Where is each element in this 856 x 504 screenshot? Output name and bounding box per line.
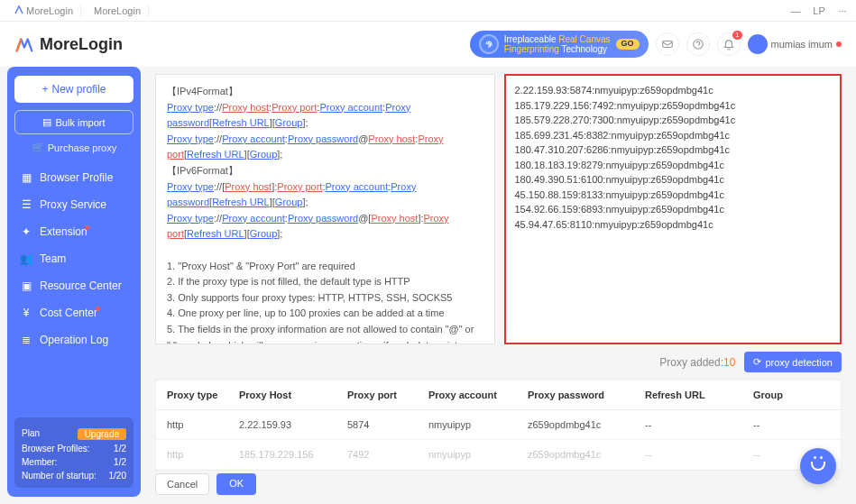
- table-row[interactable]: http2.22.159.935874nmyuipypz659opdmbg41c…: [156, 410, 841, 440]
- nav-label: Team: [40, 252, 66, 265]
- help-icon[interactable]: [686, 32, 710, 56]
- table-header: Refresh URL: [645, 389, 753, 400]
- table-header: Group: [753, 389, 825, 400]
- nav-item-browser-profile[interactable]: ▦Browser Profile: [14, 164, 133, 191]
- nav-item-extension[interactable]: ✦Extension: [14, 218, 133, 245]
- nav-icon: ¥: [20, 307, 32, 319]
- table-row[interactable]: http185.179.229.1567492nmyuipypz659opdmb…: [156, 440, 841, 470]
- cell-type: http: [167, 449, 239, 460]
- proxy-line: 185.179.229.156:7492:nmyuipyp:z659opdmbg…: [515, 98, 832, 114]
- nav-label: Cost Center: [40, 307, 97, 319]
- nav-label: Extension: [40, 225, 87, 238]
- cell-port: 5874: [347, 419, 428, 430]
- table-header: Proxy password: [528, 389, 645, 400]
- app-header: MoreLogin Irreplaceable Real Canvas Fing…: [0, 22, 856, 67]
- proxy-line: 180.47.310.207:6286:nmyuipyp:z659opdmbg4…: [515, 142, 832, 158]
- proxy-added-count: 10: [723, 356, 735, 369]
- nav-icon: ✦: [20, 225, 32, 238]
- mail-icon[interactable]: [656, 32, 679, 56]
- nav-item-team[interactable]: 👥Team: [14, 245, 133, 272]
- alert-dot: [85, 225, 89, 230]
- nav-label: Operation Log: [40, 334, 108, 346]
- cell-type: http: [167, 419, 239, 430]
- table-header: Proxy type: [167, 389, 239, 400]
- cell-password: z659opdmbg41c: [528, 419, 645, 430]
- window-tab-2[interactable]: MoreLogin: [87, 4, 149, 18]
- cell-refresh: --: [645, 449, 753, 460]
- nav-icon: ≣: [20, 334, 32, 346]
- format-info-box: 【IPv4Format】 Proxy type://Proxy host:Pro…: [155, 74, 495, 344]
- window-minimize-icon[interactable]: —: [789, 5, 802, 17]
- table-header: Proxy Host: [239, 389, 347, 400]
- proxy-detection-button[interactable]: ⟳proxy detection: [744, 352, 842, 372]
- cancel-button[interactable]: Cancel: [155, 473, 209, 495]
- window-maximize-icon[interactable]: LP: [813, 5, 825, 17]
- import-icon: ▤: [42, 116, 51, 128]
- alert-dot: [96, 307, 100, 311]
- window-more-icon[interactable]: ···: [836, 5, 849, 17]
- svg-point-1: [693, 40, 703, 50]
- bell-icon[interactable]: 1: [717, 32, 741, 56]
- upgrade-button[interactable]: Upgrade: [78, 428, 126, 440]
- table-header: Proxy port: [347, 389, 428, 400]
- nav-label: Resource Center: [40, 279, 122, 292]
- plan-card: PlanUpgrade Browser Profiles:1/2 Member:…: [14, 417, 133, 488]
- sidebar: +New profile ▤Bulk import 🛒Purchase prox…: [7, 67, 141, 497]
- go-badge: GO: [616, 39, 640, 50]
- cell-account: nmyuipyp: [428, 449, 528, 460]
- refresh-icon: ⟳: [753, 356, 761, 368]
- proxy-line: 185.579.228.270:7300:nmyuipyp:z659opdmbg…: [515, 113, 832, 128]
- new-profile-button[interactable]: +New profile: [14, 76, 133, 103]
- nav-item-operation-log[interactable]: ≣Operation Log: [14, 326, 133, 353]
- proxy-table: Proxy typeProxy HostProxy portProxy acco…: [155, 380, 842, 471]
- window-tab-1[interactable]: MoreLogin: [7, 4, 81, 18]
- nav-item-resource-center[interactable]: ▣Resource Center: [14, 272, 133, 299]
- nav-icon: ▣: [20, 279, 32, 292]
- cell-group: --: [753, 419, 825, 430]
- cell-password: z659opdmbg41c: [528, 449, 645, 460]
- cell-host: 185.179.229.156: [239, 449, 347, 460]
- status-row: Proxy added:10 ⟳proxy detection: [155, 352, 842, 372]
- cell-port: 7492: [347, 449, 428, 460]
- cell-account: nmyuipyp: [428, 419, 528, 430]
- proxy-line: 2.22.159.93:5874:nmyuipyp:z659opdmbg41c: [515, 83, 832, 98]
- nav-list: ▦Browser Profile☰Proxy Service✦Extension…: [14, 164, 133, 353]
- proxy-line: 154.92.66.159:6893:nmyuipyp:z659opdmbg41…: [515, 202, 832, 217]
- bulk-import-button[interactable]: ▤Bulk import: [14, 110, 133, 134]
- proxy-line: 180.18.183.19:8279:nmyuipyp:z659opdmbg41…: [515, 158, 832, 173]
- window-title-bar: MoreLogin MoreLogin — LP ···: [0, 0, 856, 22]
- proxy-line: 185.699.231.45:8382:nmyuipyp:z659opdmbg4…: [515, 128, 832, 143]
- cart-icon: 🛒: [32, 142, 44, 153]
- smile-icon: [811, 462, 825, 471]
- svg-rect-0: [662, 41, 672, 48]
- nav-icon: ☰: [20, 198, 32, 211]
- user-status-dot: [836, 41, 842, 47]
- nav-item-proxy-service[interactable]: ☰Proxy Service: [14, 191, 133, 218]
- dialog-footer: Cancel OK: [155, 473, 256, 495]
- cell-refresh: --: [645, 419, 753, 430]
- proxy-input-box[interactable]: 2.22.159.93:5874:nmyuipyp:z659opdmbg41c1…: [504, 74, 842, 344]
- purchase-proxy-link[interactable]: 🛒Purchase proxy: [14, 142, 133, 153]
- plus-icon: +: [41, 83, 48, 96]
- nav-label: Proxy Service: [40, 198, 106, 211]
- fingerprint-icon: [479, 34, 499, 54]
- brand-logo: MoreLogin: [14, 34, 123, 54]
- nav-item-cost-center[interactable]: ¥Cost Center: [14, 299, 133, 326]
- user-menu[interactable]: mumias imum: [748, 34, 842, 54]
- proxy-line: 45.150.88.159:8133:nmyuipyp:z659opdmbg41…: [515, 188, 832, 203]
- proxy-line: 45.94.47.65:8110:nmyuipyp:z659opdmbg41c: [515, 217, 832, 233]
- avatar-icon: [748, 34, 768, 54]
- bell-badge: 1: [732, 31, 741, 40]
- brand-name: MoreLogin: [40, 35, 123, 54]
- ok-button[interactable]: OK: [216, 473, 256, 495]
- table-header: Proxy account: [428, 389, 528, 400]
- promo-banner[interactable]: Irreplaceable Real Canvas Fingerprinting…: [470, 31, 649, 58]
- logo-icon: [14, 34, 34, 54]
- chat-fab[interactable]: [800, 448, 836, 484]
- proxy-added-label: Proxy added:: [659, 356, 723, 369]
- proxy-line: 180.49.390.51:6100:nmyuipyp:z659opdmbg41…: [515, 172, 832, 188]
- plan-label: Plan: [22, 428, 40, 440]
- cell-host: 2.22.159.93: [239, 419, 347, 430]
- nav-label: Browser Profile: [40, 171, 113, 184]
- nav-icon: ▦: [20, 171, 32, 184]
